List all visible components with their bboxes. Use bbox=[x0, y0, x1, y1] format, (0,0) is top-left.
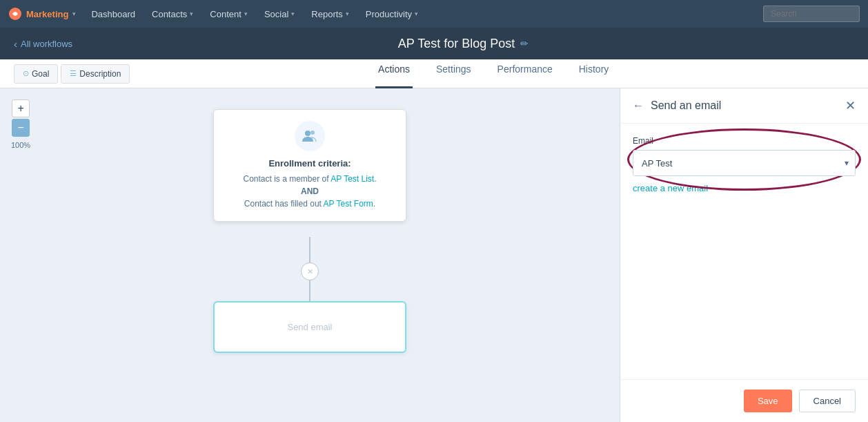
email-select[interactable]: AP Test bbox=[633, 150, 856, 176]
reports-chevron: ▾ bbox=[346, 10, 349, 17]
connector-line-bottom bbox=[309, 280, 310, 301]
nav-dashboard[interactable]: Dashboard bbox=[84, 0, 142, 28]
panel-body: Email AP Test ▾ create a new email bbox=[620, 124, 868, 379]
social-chevron: ▾ bbox=[291, 10, 295, 17]
nav-productivity[interactable]: Productivity ▾ bbox=[359, 0, 425, 28]
brand-chevron: ▾ bbox=[72, 10, 76, 17]
panel-close-button[interactable]: ✕ bbox=[845, 98, 856, 113]
edit-title-icon[interactable]: ✏ bbox=[520, 38, 529, 49]
enrollment-text: Contact is a member of AP Test List. AND… bbox=[230, 173, 389, 210]
top-nav: Marketing ▾ Dashboard Contacts ▾ Content… bbox=[0, 0, 868, 28]
create-new-email-link[interactable]: create a new email bbox=[633, 183, 708, 193]
connector-x-icon: ✕ bbox=[307, 267, 313, 276]
productivity-chevron: ▾ bbox=[415, 10, 418, 17]
tab-history[interactable]: History bbox=[576, 59, 612, 88]
right-panel: ← Send an email ✕ Email AP Test ▾ create… bbox=[620, 88, 868, 422]
svg-point-1 bbox=[305, 131, 310, 136]
sub-header: ‹ All workflows AP Test for Blog Post ✏ bbox=[0, 28, 868, 59]
connector-line-top bbox=[309, 237, 310, 265]
save-button[interactable]: Save bbox=[744, 390, 792, 412]
email-select-wrapper: AP Test ▾ bbox=[633, 150, 856, 176]
nav-reports[interactable]: Reports ▾ bbox=[304, 0, 356, 28]
nav-contacts[interactable]: Contacts ▾ bbox=[145, 0, 200, 28]
tab-actions[interactable]: Actions bbox=[375, 59, 413, 88]
zoom-level: 100% bbox=[11, 141, 30, 149]
main-layout: + − 100% Enrollment criteria: Contact is… bbox=[0, 88, 868, 422]
enrollment-icon bbox=[295, 121, 325, 151]
contacts-chevron: ▾ bbox=[190, 10, 193, 17]
zoom-controls: + − 100% bbox=[11, 99, 30, 149]
nav-brand[interactable]: Marketing ▾ bbox=[8, 7, 76, 21]
back-arrow-icon: ‹ bbox=[14, 38, 17, 50]
panel-header: ← Send an email ✕ bbox=[620, 88, 868, 124]
zoom-in-button[interactable]: + bbox=[12, 99, 30, 117]
tab-performance[interactable]: Performance bbox=[495, 59, 555, 88]
enrollment-title: Enrollment criteria: bbox=[230, 158, 389, 169]
connector-circle[interactable]: ✕ bbox=[301, 262, 319, 280]
description-icon: ☰ bbox=[70, 69, 77, 78]
enrollment-node[interactable]: Enrollment criteria: Contact is a member… bbox=[213, 109, 406, 222]
brand-name: Marketing bbox=[26, 9, 68, 19]
svg-point-2 bbox=[310, 131, 315, 135]
nav-content[interactable]: Content ▾ bbox=[203, 0, 255, 28]
workflow-title: AP Test for Blog Post ✏ bbox=[72, 37, 854, 51]
content-chevron: ▾ bbox=[244, 10, 248, 17]
panel-back-button[interactable]: ← bbox=[633, 99, 644, 112]
canvas-area: + − 100% Enrollment criteria: Contact is… bbox=[0, 88, 620, 422]
tab-settings[interactable]: Settings bbox=[433, 59, 474, 88]
ap-test-list-link[interactable]: AP Test List bbox=[331, 174, 374, 184]
panel-footer: Save Cancel bbox=[620, 379, 868, 422]
goal-icon: ⊙ bbox=[23, 69, 29, 78]
center-tabs: Actions Settings Performance History bbox=[132, 59, 854, 88]
panel-title: Send an email bbox=[651, 99, 838, 112]
zoom-out-button[interactable]: − bbox=[12, 119, 30, 137]
send-email-label: Send email bbox=[287, 322, 332, 332]
nav-social[interactable]: Social ▾ bbox=[257, 0, 302, 28]
ap-test-form-link[interactable]: AP Test Form bbox=[324, 199, 373, 209]
back-to-workflows[interactable]: ‹ All workflows bbox=[14, 38, 72, 50]
cancel-button[interactable]: Cancel bbox=[799, 390, 856, 412]
email-field-label: Email bbox=[633, 136, 856, 146]
tabs-bar: ⊙ Goal ☰ Description Actions Settings Pe… bbox=[0, 59, 868, 88]
goal-button[interactable]: ⊙ Goal bbox=[14, 64, 58, 84]
description-button[interactable]: ☰ Description bbox=[61, 64, 130, 84]
search-input[interactable] bbox=[763, 6, 860, 22]
send-email-node[interactable]: Send email bbox=[213, 301, 406, 353]
